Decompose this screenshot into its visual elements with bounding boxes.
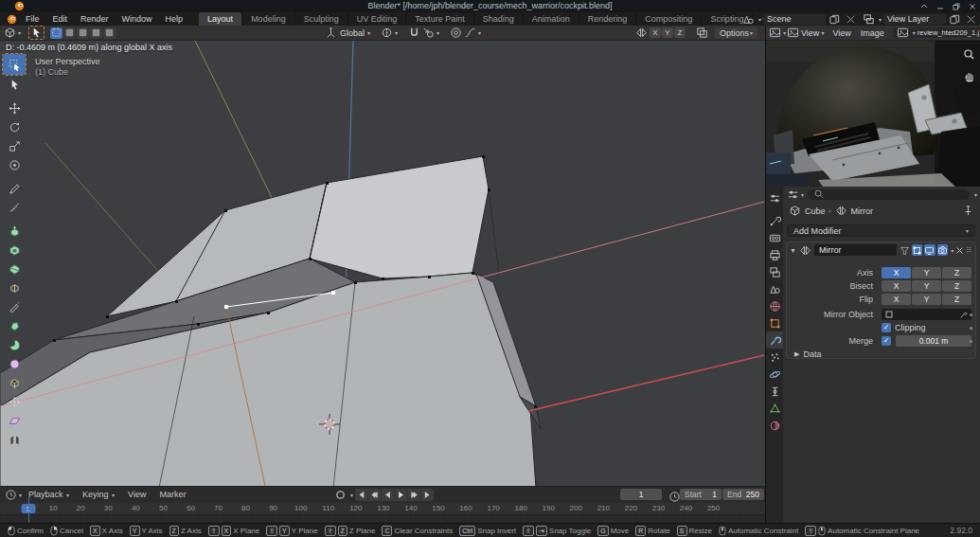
window-close-icon[interactable]	[969, 3, 976, 10]
tool-annotate[interactable]	[3, 180, 26, 198]
frame-start-field[interactable]: Start1	[680, 489, 722, 500]
unlink-scene-icon[interactable]	[845, 13, 857, 26]
timeline-ruler[interactable]: 1020304050607080901001101201301401501601…	[0, 503, 765, 514]
snap-overlap-icon[interactable]	[696, 27, 708, 39]
transform-orientation-icon[interactable]	[325, 27, 337, 39]
snap-target-icon[interactable]	[422, 27, 435, 39]
snap-magnet-icon[interactable]	[408, 27, 420, 39]
menu-edit[interactable]: Edit	[46, 14, 75, 24]
tool-rotate[interactable]	[3, 118, 26, 136]
window-restore-icon[interactable]	[953, 3, 960, 10]
3d-viewport-canvas[interactable]	[0, 41, 765, 486]
properties-tab-world[interactable]	[766, 297, 783, 314]
select-mode-box[interactable]	[63, 27, 76, 39]
menu-file[interactable]: File	[19, 14, 46, 24]
axis-y-button[interactable]: Y	[912, 267, 941, 278]
axis-x-button[interactable]: X	[882, 267, 911, 278]
modifier-extras-chevron[interactable]: ▾	[951, 247, 953, 254]
view-layer-icon[interactable]	[863, 13, 875, 26]
clipping-checkbox[interactable]: ✓	[882, 323, 891, 332]
properties-tab-object[interactable]	[766, 314, 783, 331]
workspace-tab-shading[interactable]: Shading	[474, 12, 524, 26]
tool-scale[interactable]	[3, 137, 26, 155]
workspace-tab-modeling[interactable]: Modeling	[242, 12, 295, 26]
editor-type-timeline-icon[interactable]	[5, 489, 17, 501]
3d-viewport[interactable]: D: -0.4609 m (0.4609 m) along global X a…	[0, 41, 765, 486]
workspace-tab-rendering[interactable]: Rendering	[579, 12, 637, 26]
merge-threshold-field[interactable]: 0.001 m	[896, 335, 971, 347]
current-frame-field[interactable]: 1	[620, 489, 662, 500]
modifier-close-icon[interactable]	[955, 246, 964, 255]
pin-icon[interactable]	[962, 205, 974, 217]
properties-tab-scene[interactable]	[766, 280, 783, 297]
options-dropdown[interactable]: Options▾	[715, 27, 757, 39]
tool-move[interactable]	[3, 99, 26, 117]
menu-render[interactable]: Render	[74, 14, 116, 24]
eyedropper-icon[interactable]	[959, 311, 968, 319]
select-mode-lasso[interactable]	[90, 27, 102, 39]
tool-loop-cut[interactable]	[3, 279, 26, 297]
workspace-tab-animation[interactable]: Animation	[524, 12, 579, 26]
timeline-menu-playback[interactable]: Playback ▾	[22, 488, 76, 502]
menu-help[interactable]: Help	[159, 14, 190, 24]
properties-tab-view-layer[interactable]	[766, 263, 783, 280]
symmetry-x-toggle[interactable]: X	[650, 27, 661, 38]
orientation-label[interactable]: Global	[340, 28, 365, 38]
flip-x-button[interactable]: X	[882, 294, 911, 305]
new-view-layer-icon[interactable]	[949, 13, 961, 26]
tool-inset-faces[interactable]	[3, 242, 26, 260]
properties-search-input[interactable]	[808, 189, 970, 200]
editor-type-image-icon[interactable]	[769, 27, 781, 39]
tool-poly-build[interactable]	[3, 317, 26, 335]
tool-cursor[interactable]	[3, 76, 26, 94]
workspace-tab-uv-editing[interactable]: UV Editing	[348, 12, 407, 26]
new-scene-icon[interactable]	[829, 13, 841, 26]
active-tool-indicator[interactable]	[28, 26, 45, 40]
symmetry-y-toggle[interactable]: Y	[662, 27, 673, 38]
zoom-tool-icon[interactable]	[963, 48, 975, 61]
image-mode-label[interactable]: View	[801, 28, 819, 38]
image-menu-image[interactable]: Image	[856, 27, 889, 40]
tool-select-box[interactable]	[3, 54, 26, 75]
tool-spin[interactable]	[3, 336, 26, 354]
expand-arrow-icon[interactable]: ▼	[790, 247, 796, 254]
tool-knife[interactable]	[3, 298, 26, 316]
auto-keying-record-icon[interactable]	[334, 489, 347, 501]
view-layer-selector[interactable]: View Layer	[883, 14, 946, 25]
editor-type-properties-icon[interactable]	[787, 188, 799, 201]
bisect-y-button[interactable]: Y	[912, 280, 941, 292]
image-menu-view[interactable]: View	[828, 27, 855, 40]
properties-tab-modifiers[interactable]	[766, 331, 783, 349]
tool-bevel[interactable]	[3, 260, 26, 278]
tool-edge-slide[interactable]	[3, 374, 26, 392]
tool-smooth[interactable]	[3, 355, 26, 373]
data-subpanel-header[interactable]: ▶Data	[787, 349, 975, 360]
editor-type-3d-viewport-icon[interactable]	[4, 27, 16, 39]
play-button[interactable]	[395, 489, 408, 501]
blender-menu-icon[interactable]	[6, 13, 18, 26]
play-reverse-button[interactable]	[382, 489, 395, 501]
modifier-name-field[interactable]: Mirror	[814, 244, 897, 256]
scene-selector[interactable]: Scene	[763, 14, 826, 25]
properties-tab-output[interactable]	[766, 246, 783, 263]
workspace-tab-sculpting[interactable]: Sculpting	[295, 12, 348, 26]
timeline-menu-view[interactable]: View	[121, 488, 152, 502]
previous-keyframe-button[interactable]	[368, 489, 382, 501]
pan-hand-icon[interactable]	[963, 70, 975, 82]
menu-window[interactable]: Window	[116, 14, 159, 24]
properties-tab-particles[interactable]	[766, 349, 783, 366]
frame-end-field[interactable]: End250	[722, 489, 764, 500]
tool-extrude-region[interactable]	[3, 223, 26, 241]
add-modifier-dropdown[interactable]: Add Modifier▾	[787, 224, 975, 237]
breadcrumb-object[interactable]: Cube	[805, 206, 826, 216]
axis-z-button[interactable]: Z	[942, 267, 971, 278]
properties-tab-constraints[interactable]	[766, 383, 783, 400]
window-minimize-icon[interactable]	[936, 3, 944, 10]
mirror-object-field[interactable]	[882, 309, 971, 320]
proportional-editing-icon[interactable]	[450, 27, 462, 39]
image-editor-canvas[interactable]	[766, 41, 980, 187]
show-realtime-toggle[interactable]	[924, 244, 935, 256]
tool-transform[interactable]	[3, 156, 26, 174]
remove-view-layer-icon[interactable]	[965, 13, 977, 26]
flip-y-button[interactable]: Y	[912, 294, 941, 305]
